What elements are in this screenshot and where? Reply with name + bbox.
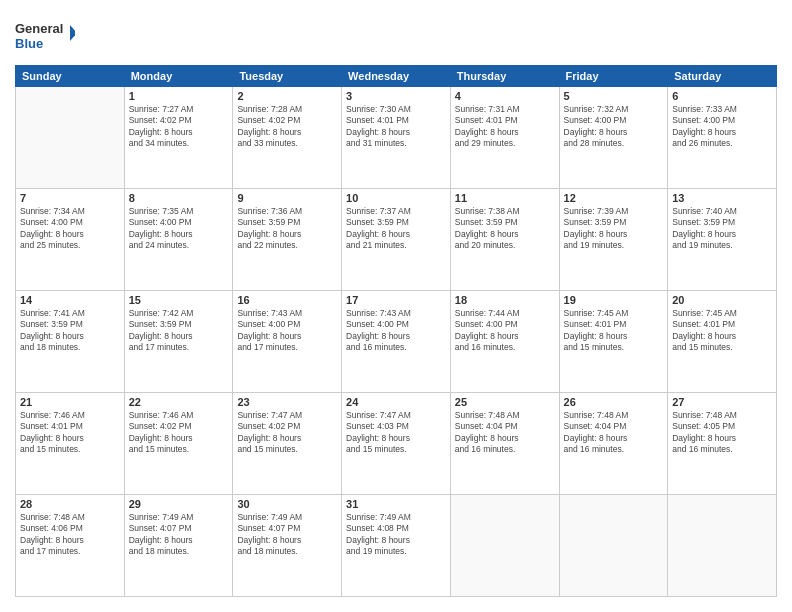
day-info: Sunrise: 7:38 AM Sunset: 3:59 PM Dayligh… (455, 206, 555, 252)
logo: General Blue (15, 15, 75, 55)
logo-svg: General Blue (15, 15, 75, 55)
day-number: 21 (20, 396, 120, 408)
day-number: 31 (346, 498, 446, 510)
day-number: 2 (237, 90, 337, 102)
calendar-cell: 21Sunrise: 7:46 AM Sunset: 4:01 PM Dayli… (16, 393, 125, 495)
calendar-cell: 23Sunrise: 7:47 AM Sunset: 4:02 PM Dayli… (233, 393, 342, 495)
calendar-cell: 14Sunrise: 7:41 AM Sunset: 3:59 PM Dayli… (16, 291, 125, 393)
day-info: Sunrise: 7:37 AM Sunset: 3:59 PM Dayligh… (346, 206, 446, 252)
calendar-week-row: 28Sunrise: 7:48 AM Sunset: 4:06 PM Dayli… (16, 495, 777, 597)
weekday-header: Saturday (668, 66, 777, 87)
day-number: 19 (564, 294, 664, 306)
calendar-cell: 18Sunrise: 7:44 AM Sunset: 4:00 PM Dayli… (450, 291, 559, 393)
svg-text:General: General (15, 21, 63, 36)
weekday-header: Friday (559, 66, 668, 87)
day-info: Sunrise: 7:49 AM Sunset: 4:07 PM Dayligh… (129, 512, 229, 558)
day-number: 5 (564, 90, 664, 102)
calendar-cell: 29Sunrise: 7:49 AM Sunset: 4:07 PM Dayli… (124, 495, 233, 597)
day-number: 18 (455, 294, 555, 306)
svg-text:Blue: Blue (15, 36, 43, 51)
calendar-cell: 13Sunrise: 7:40 AM Sunset: 3:59 PM Dayli… (668, 189, 777, 291)
calendar-cell: 22Sunrise: 7:46 AM Sunset: 4:02 PM Dayli… (124, 393, 233, 495)
day-info: Sunrise: 7:45 AM Sunset: 4:01 PM Dayligh… (672, 308, 772, 354)
day-info: Sunrise: 7:39 AM Sunset: 3:59 PM Dayligh… (564, 206, 664, 252)
calendar-cell: 26Sunrise: 7:48 AM Sunset: 4:04 PM Dayli… (559, 393, 668, 495)
day-info: Sunrise: 7:49 AM Sunset: 4:07 PM Dayligh… (237, 512, 337, 558)
day-info: Sunrise: 7:47 AM Sunset: 4:03 PM Dayligh… (346, 410, 446, 456)
svg-marker-2 (70, 25, 75, 41)
calendar-cell (450, 495, 559, 597)
day-info: Sunrise: 7:49 AM Sunset: 4:08 PM Dayligh… (346, 512, 446, 558)
weekday-header: Tuesday (233, 66, 342, 87)
day-info: Sunrise: 7:48 AM Sunset: 4:04 PM Dayligh… (564, 410, 664, 456)
day-info: Sunrise: 7:43 AM Sunset: 4:00 PM Dayligh… (346, 308, 446, 354)
day-number: 25 (455, 396, 555, 408)
calendar-week-row: 14Sunrise: 7:41 AM Sunset: 3:59 PM Dayli… (16, 291, 777, 393)
header: General Blue (15, 15, 777, 55)
day-number: 17 (346, 294, 446, 306)
day-number: 29 (129, 498, 229, 510)
day-number: 20 (672, 294, 772, 306)
calendar-cell: 17Sunrise: 7:43 AM Sunset: 4:00 PM Dayli… (342, 291, 451, 393)
calendar-header-row: SundayMondayTuesdayWednesdayThursdayFrid… (16, 66, 777, 87)
calendar-cell (668, 495, 777, 597)
calendar-table: SundayMondayTuesdayWednesdayThursdayFrid… (15, 65, 777, 597)
day-number: 8 (129, 192, 229, 204)
calendar-cell: 7Sunrise: 7:34 AM Sunset: 4:00 PM Daylig… (16, 189, 125, 291)
day-info: Sunrise: 7:45 AM Sunset: 4:01 PM Dayligh… (564, 308, 664, 354)
day-number: 12 (564, 192, 664, 204)
calendar-cell: 6Sunrise: 7:33 AM Sunset: 4:00 PM Daylig… (668, 87, 777, 189)
calendar-cell: 25Sunrise: 7:48 AM Sunset: 4:04 PM Dayli… (450, 393, 559, 495)
calendar-cell: 24Sunrise: 7:47 AM Sunset: 4:03 PM Dayli… (342, 393, 451, 495)
day-number: 14 (20, 294, 120, 306)
calendar-cell: 27Sunrise: 7:48 AM Sunset: 4:05 PM Dayli… (668, 393, 777, 495)
day-info: Sunrise: 7:41 AM Sunset: 3:59 PM Dayligh… (20, 308, 120, 354)
calendar-cell: 1Sunrise: 7:27 AM Sunset: 4:02 PM Daylig… (124, 87, 233, 189)
calendar-week-row: 21Sunrise: 7:46 AM Sunset: 4:01 PM Dayli… (16, 393, 777, 495)
day-number: 3 (346, 90, 446, 102)
day-number: 6 (672, 90, 772, 102)
calendar-cell: 10Sunrise: 7:37 AM Sunset: 3:59 PM Dayli… (342, 189, 451, 291)
calendar-cell: 19Sunrise: 7:45 AM Sunset: 4:01 PM Dayli… (559, 291, 668, 393)
day-number: 24 (346, 396, 446, 408)
calendar-cell: 16Sunrise: 7:43 AM Sunset: 4:00 PM Dayli… (233, 291, 342, 393)
page: General Blue SundayMondayTuesdayWednesda… (0, 0, 792, 612)
calendar-cell: 28Sunrise: 7:48 AM Sunset: 4:06 PM Dayli… (16, 495, 125, 597)
day-number: 30 (237, 498, 337, 510)
day-info: Sunrise: 7:27 AM Sunset: 4:02 PM Dayligh… (129, 104, 229, 150)
weekday-header: Wednesday (342, 66, 451, 87)
day-number: 16 (237, 294, 337, 306)
day-number: 22 (129, 396, 229, 408)
calendar-cell: 2Sunrise: 7:28 AM Sunset: 4:02 PM Daylig… (233, 87, 342, 189)
calendar-cell: 11Sunrise: 7:38 AM Sunset: 3:59 PM Dayli… (450, 189, 559, 291)
day-info: Sunrise: 7:47 AM Sunset: 4:02 PM Dayligh… (237, 410, 337, 456)
day-info: Sunrise: 7:44 AM Sunset: 4:00 PM Dayligh… (455, 308, 555, 354)
calendar-cell (559, 495, 668, 597)
calendar-cell: 20Sunrise: 7:45 AM Sunset: 4:01 PM Dayli… (668, 291, 777, 393)
day-info: Sunrise: 7:30 AM Sunset: 4:01 PM Dayligh… (346, 104, 446, 150)
day-number: 26 (564, 396, 664, 408)
day-info: Sunrise: 7:35 AM Sunset: 4:00 PM Dayligh… (129, 206, 229, 252)
day-info: Sunrise: 7:34 AM Sunset: 4:00 PM Dayligh… (20, 206, 120, 252)
day-info: Sunrise: 7:32 AM Sunset: 4:00 PM Dayligh… (564, 104, 664, 150)
day-info: Sunrise: 7:48 AM Sunset: 4:04 PM Dayligh… (455, 410, 555, 456)
calendar-cell: 12Sunrise: 7:39 AM Sunset: 3:59 PM Dayli… (559, 189, 668, 291)
day-info: Sunrise: 7:31 AM Sunset: 4:01 PM Dayligh… (455, 104, 555, 150)
calendar-cell: 3Sunrise: 7:30 AM Sunset: 4:01 PM Daylig… (342, 87, 451, 189)
day-number: 11 (455, 192, 555, 204)
calendar-cell: 15Sunrise: 7:42 AM Sunset: 3:59 PM Dayli… (124, 291, 233, 393)
day-info: Sunrise: 7:40 AM Sunset: 3:59 PM Dayligh… (672, 206, 772, 252)
day-number: 23 (237, 396, 337, 408)
day-info: Sunrise: 7:46 AM Sunset: 4:02 PM Dayligh… (129, 410, 229, 456)
day-info: Sunrise: 7:28 AM Sunset: 4:02 PM Dayligh… (237, 104, 337, 150)
day-number: 1 (129, 90, 229, 102)
calendar-cell: 5Sunrise: 7:32 AM Sunset: 4:00 PM Daylig… (559, 87, 668, 189)
day-number: 27 (672, 396, 772, 408)
day-info: Sunrise: 7:48 AM Sunset: 4:05 PM Dayligh… (672, 410, 772, 456)
calendar-cell (16, 87, 125, 189)
weekday-header: Sunday (16, 66, 125, 87)
calendar-week-row: 1Sunrise: 7:27 AM Sunset: 4:02 PM Daylig… (16, 87, 777, 189)
weekday-header: Monday (124, 66, 233, 87)
day-number: 4 (455, 90, 555, 102)
calendar-cell: 9Sunrise: 7:36 AM Sunset: 3:59 PM Daylig… (233, 189, 342, 291)
